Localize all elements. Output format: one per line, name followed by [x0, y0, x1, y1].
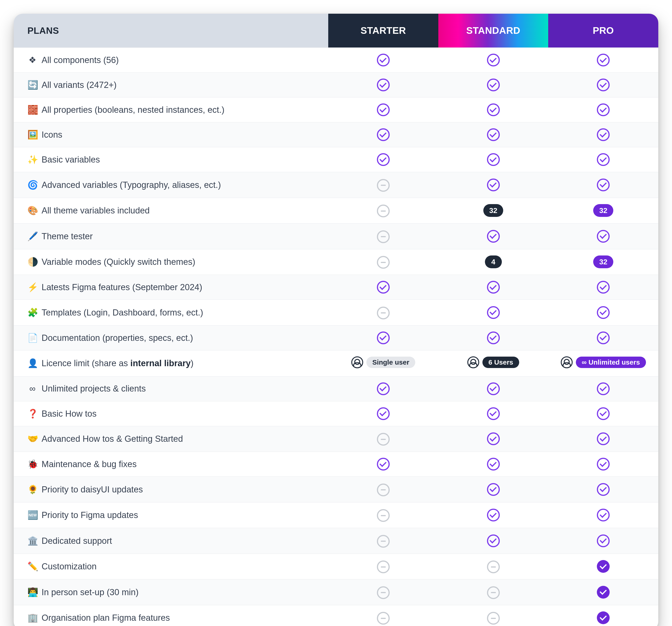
- licence-text: ∞ Unlimited users: [576, 357, 646, 368]
- table-row: 🌗Variable modes (Quickly switch themes)4…: [14, 249, 658, 275]
- feature-label: 🤝Advanced How tos & Getting Started: [14, 426, 328, 452]
- check-icon: [487, 331, 500, 344]
- check-icon: [377, 78, 390, 91]
- plan-cell: 32: [438, 198, 548, 224]
- licence-badge: ∞ Unlimited users: [561, 356, 646, 368]
- check-icon: [487, 432, 500, 445]
- check-icon: [377, 128, 390, 141]
- check-icon: [597, 230, 610, 243]
- feature-text: Templates (Login, Dashboard, forms, ect.…: [42, 308, 203, 317]
- table-row: 🌻Priority to daisyUI updates: [14, 477, 658, 502]
- plan-cell: [548, 325, 658, 350]
- plan-cell: [328, 426, 438, 452]
- plan-cell: [548, 426, 658, 452]
- feature-emoji: ✏️: [27, 561, 38, 571]
- check-fill-icon: [597, 586, 610, 599]
- table-row: 🖊️Theme tester: [14, 224, 658, 249]
- plan-cell: [548, 605, 658, 626]
- plan-cell: [438, 554, 548, 579]
- check-icon: [597, 103, 610, 116]
- check-icon: [597, 534, 610, 547]
- minus-icon: [377, 256, 390, 269]
- check-icon: [487, 178, 500, 191]
- feature-emoji: 🐞: [27, 459, 38, 469]
- plan-cell: [438, 98, 548, 122]
- minus-icon: [377, 612, 390, 625]
- plan-cell: [548, 477, 658, 502]
- user-icon: [467, 356, 479, 368]
- table-row: 🎨All theme variables included3232: [14, 198, 658, 224]
- feature-text: Customization: [42, 561, 97, 571]
- check-icon: [487, 103, 500, 116]
- plan-cell: 4: [438, 249, 548, 275]
- count-badge: 32: [593, 255, 613, 268]
- feature-text: Dedicated support: [42, 536, 112, 546]
- minus-icon: [377, 483, 390, 496]
- plan-cell: [328, 477, 438, 502]
- check-icon: [597, 331, 610, 344]
- check-icon: [597, 509, 610, 521]
- feature-emoji: 👨‍💻: [27, 587, 38, 597]
- plan-cell: Single user: [328, 350, 438, 376]
- table-row: 🏢Organisation plan Figma features: [14, 605, 658, 626]
- plan-cell: [328, 48, 438, 73]
- check-icon: [597, 432, 610, 445]
- feature-text: Licence limit (share as: [42, 358, 130, 368]
- feature-label: 🏛️Dedicated support: [14, 528, 328, 554]
- check-icon: [487, 458, 500, 471]
- plan-cell: [438, 147, 548, 172]
- table-row: 🤝Advanced How tos & Getting Started: [14, 426, 658, 452]
- feature-label: 🌗Variable modes (Quickly switch themes): [14, 249, 328, 275]
- table-row: 🌀Advanced variables (Typography, aliases…: [14, 172, 658, 198]
- minus-icon: [377, 179, 390, 192]
- feature-text: Documentation (properties, specs, ect.): [42, 333, 193, 343]
- plan-cell: 32: [548, 198, 658, 224]
- plan-cell: [438, 528, 548, 554]
- feature-label: 🌻Priority to daisyUI updates: [14, 477, 328, 502]
- feature-label: 🔄All variants (2472+): [14, 73, 328, 98]
- plan-cell: [438, 224, 548, 249]
- check-icon: [597, 153, 610, 166]
- plan-cell: [328, 147, 438, 172]
- feature-emoji: 🌀: [27, 180, 38, 190]
- check-icon: [487, 534, 500, 547]
- user-icon: [351, 356, 363, 368]
- plan-cell: [328, 224, 438, 249]
- feature-text: All components (56): [42, 55, 119, 65]
- header-pro: PRO: [548, 14, 658, 48]
- feature-label: 🏢Organisation plan Figma features: [14, 605, 328, 626]
- plan-cell: [328, 172, 438, 198]
- plan-cell: [548, 172, 658, 198]
- feature-text: Advanced variables (Typography, aliases,…: [42, 180, 221, 190]
- table-row: 👨‍💻In person set-up (30 min): [14, 579, 658, 605]
- minus-icon: [377, 586, 390, 599]
- table-row: 👤Licence limit (share as internal librar…: [14, 350, 658, 376]
- check-icon: [487, 54, 500, 67]
- check-icon: [597, 128, 610, 141]
- feature-text: Advanced How tos & Getting Started: [42, 434, 183, 444]
- table-row: 🐞Maintenance & bug fixes: [14, 452, 658, 477]
- table-row: ✏️Customization: [14, 554, 658, 579]
- feature-text: All properties (booleans, nested instanc…: [42, 105, 224, 115]
- feature-text-strong: internal library: [130, 358, 191, 368]
- plan-cell: [328, 605, 438, 626]
- plan-cell: [438, 579, 548, 605]
- plan-cell: [328, 579, 438, 605]
- feature-label: ✏️Customization: [14, 554, 328, 579]
- minus-icon: [487, 612, 500, 625]
- plan-cell: [548, 98, 658, 122]
- licence-badge: Single user: [351, 356, 415, 368]
- plan-cell: [438, 73, 548, 98]
- check-icon: [487, 509, 500, 521]
- feature-emoji: 🧩: [27, 307, 38, 318]
- check-icon: [597, 281, 610, 294]
- count-badge: 32: [593, 204, 613, 217]
- plan-cell: [438, 426, 548, 452]
- plan-cell: [548, 401, 658, 426]
- plan-cell: [328, 528, 438, 554]
- minus-icon: [487, 560, 500, 573]
- feature-emoji: 🌗: [27, 257, 38, 267]
- minus-icon: [377, 535, 390, 548]
- minus-icon: [377, 433, 390, 446]
- minus-icon: [377, 560, 390, 573]
